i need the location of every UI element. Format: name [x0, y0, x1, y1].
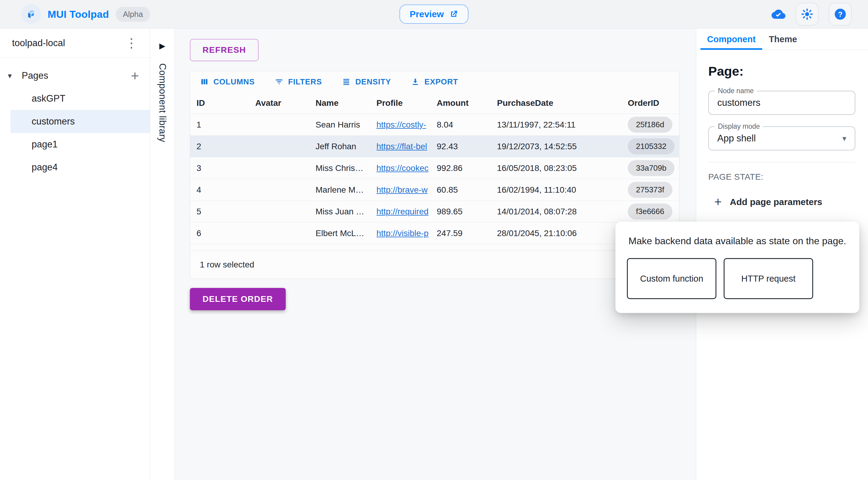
refresh-button[interactable]: REFRESH [190, 39, 258, 61]
project-header: toolpad-local ⋮ [0, 29, 150, 58]
app-title: MUI Toolpad [48, 8, 109, 20]
expand-panel-arrow-icon[interactable]: ▶ [159, 41, 165, 51]
sidebar-item-page1[interactable]: page1 [0, 133, 150, 156]
cell-amount: 92.43 [437, 142, 497, 151]
pages-section-label: Pages [22, 70, 48, 81]
columns-button[interactable]: COLUMNS [200, 77, 255, 87]
plus-icon: + [714, 196, 722, 208]
cell-id: 3 [196, 163, 255, 173]
column-header-avatar[interactable]: Avatar [255, 98, 315, 108]
column-header-id[interactable]: ID [196, 98, 255, 108]
table-row[interactable]: 1 Sean Harris https://costly- 8.04 13/11… [190, 114, 679, 136]
cell-id: 1 [196, 120, 255, 130]
cell-purchasedate: 14/01/2014, 08:07:28 [497, 207, 628, 216]
svg-text:?: ? [838, 10, 843, 19]
columns-icon [200, 77, 209, 86]
cell-purchasedate: 16/05/2018, 08:23:05 [497, 163, 628, 173]
tab-theme[interactable]: Theme [762, 29, 804, 50]
column-header-profile[interactable]: Profile [376, 98, 437, 108]
open-in-new-icon [450, 10, 458, 19]
cell-name: Miss Chris… [315, 163, 376, 173]
sidebar-item-askgpt[interactable]: askGPT [0, 87, 150, 110]
component-library-strip: ▶ Component library [150, 29, 175, 480]
custom-function-button[interactable]: Custom function [627, 258, 716, 299]
order-id-chip: f3e6666 [628, 204, 673, 219]
chevron-down-icon[interactable]: ▾ [8, 71, 22, 81]
top-bar-actions: ? [772, 3, 852, 26]
toolpad-logo-icon [21, 4, 41, 24]
pages-tree: ▾ Pages + askGPT customers page1 page4 [0, 58, 150, 179]
table-row-selected[interactable]: 2 Jeff Rohan https://flat-bel 92.43 19/1… [190, 136, 679, 157]
data-grid[interactable]: COLUMNS FILTERS DENSITY [190, 71, 679, 279]
cloud-sync-icon [772, 7, 785, 21]
table-row[interactable]: 5 Miss Juan … http://required 989.65 14/… [190, 201, 679, 222]
alpha-badge: Alpha [116, 7, 150, 22]
download-icon [411, 77, 420, 86]
column-header-orderid[interactable]: OrderID [628, 98, 679, 108]
column-header-amount[interactable]: Amount [437, 98, 497, 108]
project-menu-kebab-icon[interactable]: ⋮ [125, 37, 138, 50]
profile-link[interactable]: https://cookec [376, 163, 437, 173]
cell-name: Elbert McL… [315, 229, 376, 238]
cell-id: 2 [196, 142, 255, 151]
cell-purchasedate: 13/11/1997, 22:54:11 [497, 120, 628, 130]
horizontal-scrollbar-track[interactable] [190, 244, 679, 251]
cell-purchasedate: 28/01/2045, 21:10:06 [497, 229, 628, 238]
cell-id: 6 [196, 229, 255, 238]
inspector-tabs: Component Theme [696, 29, 868, 50]
order-id-chip: 275373f [628, 182, 673, 198]
profile-link[interactable]: http://visible-p [376, 229, 437, 238]
profile-link[interactable]: https://flat-bel [376, 142, 437, 151]
table-row[interactable]: 6 Elbert McL… http://visible-p 247.59 28… [190, 222, 679, 244]
tab-component[interactable]: Component [701, 29, 762, 50]
column-header-purchasedate[interactable]: PurchaseDate [497, 98, 628, 108]
add-page-parameters-button[interactable]: + Add page parameters [714, 196, 855, 208]
filter-list-icon [275, 77, 284, 86]
help-button[interactable]: ? [829, 3, 852, 26]
order-id-chip: 25f186d [628, 117, 673, 133]
add-page-icon[interactable]: + [131, 69, 139, 83]
table-row[interactable]: 4 Marlene M… http://brave-w 60.85 16/02/… [190, 179, 679, 201]
node-name-label: Node name [715, 87, 757, 95]
cell-id: 5 [196, 207, 255, 216]
cell-amount: 992.86 [437, 163, 497, 173]
page-heading: Page: [708, 64, 855, 79]
sidebar-item-page4[interactable]: page4 [0, 156, 150, 179]
add-query-popover: Make backend data available as state on … [615, 221, 859, 313]
profile-link[interactable]: http://required [376, 207, 437, 216]
column-header-name[interactable]: Name [315, 98, 376, 108]
profile-link[interactable]: https://costly- [376, 120, 437, 130]
density-button[interactable]: DENSITY [342, 77, 391, 87]
cell-amount: 247.59 [437, 229, 497, 238]
display-mode-value: App shell [717, 133, 827, 144]
cell-amount: 989.65 [437, 207, 497, 216]
cell-purchasedate: 16/02/1994, 11:10:40 [497, 185, 628, 195]
export-button[interactable]: EXPORT [411, 77, 458, 87]
cell-name: Miss Juan … [315, 207, 376, 216]
pages-tree-header[interactable]: ▾ Pages + [0, 64, 150, 87]
cell-id: 4 [196, 185, 255, 195]
display-mode-label: Display mode [715, 122, 763, 130]
sidebar-item-customers[interactable]: customers [10, 110, 150, 133]
selection-status: 1 row selected [200, 260, 254, 270]
delete-order-button[interactable]: DELETE ORDER [190, 288, 286, 310]
http-request-button[interactable]: HTTP request [724, 258, 813, 299]
node-name-field[interactable]: Node name customers [708, 91, 855, 115]
top-bar: MUI Toolpad Alpha Preview [0, 0, 868, 29]
theme-brightness-button[interactable] [796, 3, 818, 26]
node-name-value[interactable]: customers [717, 97, 827, 108]
preview-button-label: Preview [410, 9, 444, 19]
select-caret-icon[interactable]: ▾ [842, 134, 846, 143]
explorer-sidebar: toolpad-local ⋮ ▾ Pages + askGPT custome… [0, 29, 150, 480]
component-library-label[interactable]: Component library [157, 63, 168, 142]
table-row[interactable]: 3 Miss Chris… https://cookec 992.86 16/0… [190, 157, 679, 179]
preview-button[interactable]: Preview [399, 4, 468, 24]
cell-name: Marlene M… [315, 185, 376, 195]
profile-link[interactable]: http://brave-w [376, 185, 437, 195]
data-grid-footer: 1 row selected [190, 251, 679, 278]
data-grid-toolbar: COLUMNS FILTERS DENSITY [190, 71, 679, 92]
filters-button[interactable]: FILTERS [275, 77, 322, 87]
display-mode-select[interactable]: Display mode App shell ▾ [708, 126, 855, 150]
brand: MUI Toolpad Alpha [21, 4, 150, 24]
order-id-chip: 2105332 [628, 139, 675, 154]
